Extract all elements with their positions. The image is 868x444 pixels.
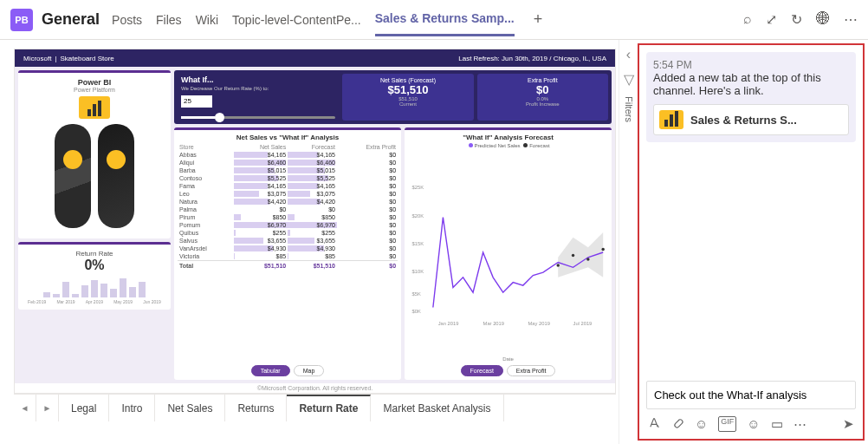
svg-text:Jul 2019: Jul 2019 bbox=[573, 321, 593, 326]
tabular-button[interactable]: Tabular bbox=[251, 365, 290, 376]
svg-text:$20K: $20K bbox=[412, 213, 424, 219]
whatif-label: What If... bbox=[178, 74, 339, 86]
conversation-panel: 5:54 PM Added a new tab at the top of th… bbox=[638, 43, 865, 441]
whatif-slider[interactable] bbox=[181, 116, 335, 119]
svg-text:$0K: $0K bbox=[412, 309, 421, 314]
table-row[interactable]: VanArsdel$4,930$4,930$0 bbox=[178, 245, 398, 252]
table-row[interactable]: Leo$3,075$3,075$0 bbox=[178, 190, 398, 198]
main-area: Microsoft | Skateboard Store Last Refres… bbox=[0, 40, 868, 444]
tab-files[interactable]: Files bbox=[156, 4, 182, 36]
svg-text:Jan 2019: Jan 2019 bbox=[438, 321, 459, 326]
chat-message[interactable]: 5:54 PM Added a new tab at the top of th… bbox=[646, 52, 856, 142]
return-rate-value: 0% bbox=[23, 258, 165, 273]
map-button[interactable]: Map bbox=[294, 365, 325, 376]
message-text: Added a new tab at the top of this chann… bbox=[653, 71, 849, 97]
meet-icon[interactable]: ▭ bbox=[771, 416, 783, 432]
svg-text:$10K: $10K bbox=[412, 269, 424, 274]
tab-sales-returns[interactable]: Sales & Returns Samp... bbox=[375, 3, 515, 36]
page-tab-intro[interactable]: Intro bbox=[109, 395, 155, 421]
filters-label: Filters bbox=[624, 96, 634, 122]
kpi-extra-profit[interactable]: Extra Profit $0 0.0% Profit Increase bbox=[477, 74, 608, 121]
table-row[interactable]: Fama$4,165$4,165$0 bbox=[178, 182, 398, 190]
report-body: Power BI Power Platform Return Rate 0% bbox=[15, 67, 615, 383]
gif-icon[interactable]: GIF bbox=[718, 416, 736, 432]
whatif-input[interactable] bbox=[181, 95, 212, 108]
chevron-left-icon[interactable]: ‹ bbox=[626, 47, 631, 62]
report-page-tabs: ◄ ► Legal Intro Net Sales Returns Return… bbox=[14, 394, 616, 421]
table-row[interactable]: Salvus$3,655$3,655$0 bbox=[178, 237, 398, 245]
filter-icon[interactable]: ▽ bbox=[624, 71, 634, 88]
tab-posts[interactable]: Posts bbox=[112, 4, 142, 36]
table-row[interactable]: Aliqui$6,460$6,460$0 bbox=[178, 159, 398, 166]
product-card[interactable]: Power BI Power Platform bbox=[18, 70, 171, 238]
chart-view-toggle: Forecast Extra Profit bbox=[408, 362, 608, 376]
format-icon[interactable] bbox=[648, 416, 661, 432]
chart-title: "What If" Analysis Forecast bbox=[408, 134, 608, 141]
svg-text:Mar 2019: Mar 2019 bbox=[483, 321, 504, 326]
table-row[interactable]: Pomum$6,970$6,970$0 bbox=[178, 221, 398, 229]
filters-rail[interactable]: ‹ ▽ Filters bbox=[619, 40, 638, 444]
report-header: Microsoft | Skateboard Store Last Refres… bbox=[15, 49, 615, 67]
link-title: Sales & Returns S... bbox=[690, 114, 797, 127]
whatif-slider-card[interactable]: What If... We Decrease Our Return Rate (… bbox=[178, 74, 339, 121]
svg-point-7 bbox=[557, 264, 560, 266]
forecast-chart-card[interactable]: "What If" Analysis Forecast Predicted Ne… bbox=[405, 127, 612, 380]
reply-icon[interactable]: ⌕ bbox=[743, 11, 752, 28]
message-timestamp: 5:54 PM bbox=[653, 59, 849, 71]
table-row[interactable]: Pirum$850$850$0 bbox=[178, 213, 398, 221]
report-area: Microsoft | Skateboard Store Last Refres… bbox=[0, 40, 619, 444]
refresh-icon[interactable]: ↻ bbox=[791, 11, 802, 28]
table-row[interactable]: Contoso$5,525$5,525$0 bbox=[178, 174, 398, 182]
table-row[interactable]: Abbas$4,165$4,165$0 bbox=[178, 151, 398, 159]
forecast-button[interactable]: Forecast bbox=[461, 365, 503, 376]
attach-icon[interactable] bbox=[671, 416, 684, 432]
page-prev-button[interactable]: ◄ bbox=[14, 395, 36, 421]
topbar-actions: ⌕ ⤢ ↻ 🌐︎ ⋯ bbox=[743, 11, 858, 28]
page-tab-return-rate[interactable]: Return Rate bbox=[287, 395, 371, 421]
table-row[interactable]: Palma$0$0$0 bbox=[178, 206, 398, 213]
tab-topic-content[interactable]: Topic-level-ContentPe... bbox=[232, 4, 361, 36]
compose-input[interactable] bbox=[646, 381, 856, 409]
page-next-button[interactable]: ► bbox=[36, 395, 59, 421]
page-tab-market-basket[interactable]: Market Basket Analysis bbox=[371, 395, 503, 421]
kpi-net-sales[interactable]: Net Sales (Forecast) $51,510 $51,510 Cur… bbox=[342, 74, 473, 121]
breadcrumb-right: Skateboard Store bbox=[61, 55, 114, 62]
page-tab-net-sales[interactable]: Net Sales bbox=[155, 395, 225, 421]
analysis-table-card[interactable]: Net Sales vs "What If" Analysis StoreNet… bbox=[174, 127, 401, 380]
page-tab-legal[interactable]: Legal bbox=[59, 395, 109, 421]
table-row[interactable]: Natura$4,420$4,420$0 bbox=[178, 198, 398, 206]
table-view-toggle: Tabular Map bbox=[178, 362, 398, 376]
svg-point-10 bbox=[601, 248, 604, 251]
more-icon[interactable]: ⋯ bbox=[844, 11, 858, 28]
skateboard-1 bbox=[55, 124, 91, 228]
more-compose-icon[interactable]: ⋯ bbox=[794, 416, 806, 432]
compose-area: ☺ GIF ☺ ▭ ⋯ ➤ bbox=[646, 381, 856, 432]
svg-point-8 bbox=[572, 254, 574, 257]
tab-wiki[interactable]: Wiki bbox=[196, 4, 218, 36]
message-tab-link[interactable]: Sales & Returns S... bbox=[653, 104, 849, 135]
last-refresh: Last Refresh: Jun 30th, 2019 / Chicago, … bbox=[458, 55, 606, 62]
extra-profit-button[interactable]: Extra Profit bbox=[507, 365, 556, 376]
sticker-icon[interactable]: ☺ bbox=[747, 416, 760, 432]
table-row[interactable]: Quibus$255$255$0 bbox=[178, 229, 398, 237]
table-row[interactable]: Victoria$85$85$0 bbox=[178, 252, 398, 261]
globe-icon[interactable]: 🌐︎ bbox=[816, 11, 830, 28]
compose-toolbar: ☺ GIF ☺ ▭ ⋯ ➤ bbox=[646, 409, 856, 432]
expand-icon[interactable]: ⤢ bbox=[766, 11, 777, 28]
return-rate-card[interactable]: Return Rate 0% Feb 2019Mar 2019Apr 2019M… bbox=[18, 242, 171, 310]
emoji-icon[interactable]: ☺ bbox=[695, 416, 708, 432]
page-tab-returns[interactable]: Returns bbox=[225, 395, 287, 421]
table-row[interactable]: Barba$5,015$5,015$0 bbox=[178, 166, 398, 174]
add-tab-button[interactable]: + bbox=[534, 10, 543, 29]
product-subtitle: Power Platform bbox=[23, 87, 165, 93]
channel-name[interactable]: General bbox=[42, 10, 100, 29]
breadcrumb-left: Microsoft bbox=[23, 55, 51, 62]
top-bar: PB General Posts Files Wiki Topic-level-… bbox=[0, 0, 868, 40]
svg-point-9 bbox=[586, 258, 589, 260]
sparkline-months: Feb 2019Mar 2019Apr 2019May 2019Jun 2019 bbox=[23, 299, 165, 304]
send-icon[interactable]: ➤ bbox=[843, 416, 854, 432]
svg-text:$25K: $25K bbox=[412, 185, 424, 190]
table-title: Net Sales vs "What If" Analysis bbox=[178, 134, 398, 141]
analysis-table: StoreNet SalesForecastExtra Profit Abbas… bbox=[178, 143, 398, 270]
report-footer: ©Microsoft Corporation. All rights reser… bbox=[15, 383, 615, 393]
